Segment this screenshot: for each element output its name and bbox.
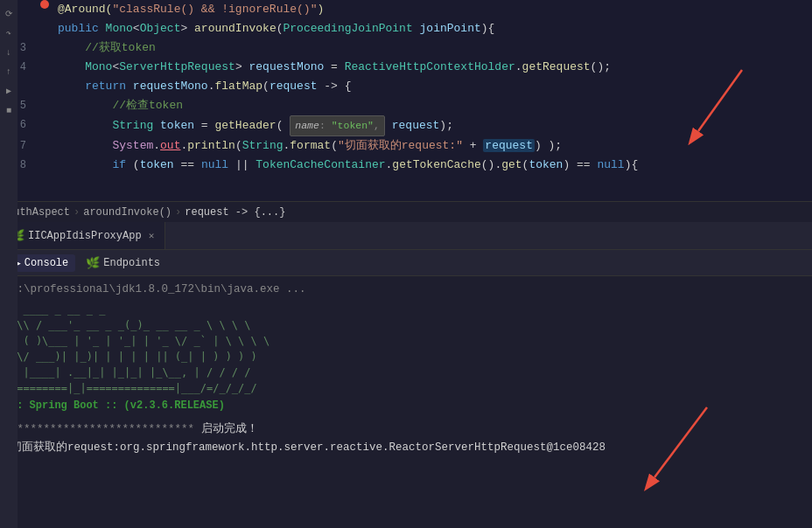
breadcrumb-current: request -> {...} [185,206,285,219]
svg-line-1 [698,70,742,131]
step-out-icon[interactable]: ↑ [2,65,16,79]
endpoints-tab-label: Endpoints [103,257,160,269]
console-toolbar: ▶ Console 🌿 Endpoints [0,250,812,276]
banner-line-3: ( ( )\___ | '_ | '_| | '_ \/ _` | \ \ \ … [10,333,802,349]
banner-line-4: \\/ ___)| |_)| | | | | || (_| | ) ) ) ) [10,349,802,365]
tab-bar: 🌿 IICAppIdisProxyApp ✕ [0,222,812,250]
console-path: F:\professional\jdk1.8.0_172\bin\java.ex… [10,281,802,298]
code-line: 3 //获取token [0,38,812,58]
app-root: ⟳ ↷ ↓ ↑ ▶ ■ @Around("classRule() && !ign… [0,0,812,528]
startup-done: 启动完成！ [201,423,258,435]
banner-line-6: =========|_|==============|___/=/_/_/_/ [10,380,802,396]
debug-icon[interactable]: ⟳ [2,7,16,21]
resume-icon[interactable]: ▶ [2,84,16,98]
debug-arrow [672,61,777,149]
spring-banner: . ____ _ __ _ _ /\\ / ___'_ __ _ _(_)_ _… [10,302,802,396]
tab-iicappidis[interactable]: 🌿 IICAppIdisProxyApp ✕ [0,222,165,249]
code-line: 8 if (token == null || TokenCacheContain… [0,156,812,175]
stop-icon[interactable]: ■ [2,103,16,117]
bottom-section: 🌿 IICAppIdisProxyApp ✕ ▶ Console 🌿 Endpo… [0,222,812,528]
breadcrumb-method: aroundInvoke() [83,206,172,219]
console-output: F:\professional\jdk1.8.0_172\bin\java.ex… [0,276,812,528]
tab-label: IICAppIdisProxyApp [28,230,142,242]
console-arrow [637,399,742,495]
left-sidebar: ⟳ ↷ ↓ ↑ ▶ ■ [0,0,18,528]
step-into-icon[interactable]: ↓ [2,45,16,59]
code-content: @Around("classRule() && !ignoreRule()") [54,0,812,19]
line-gutter [35,0,54,9]
svg-line-3 [654,407,707,477]
banner-line-1: . ____ _ __ _ _ [10,302,802,317]
tab-close-button[interactable]: ✕ [149,230,155,241]
code-content: public Mono<Object> aroundInvoke(Proceed… [54,19,812,38]
editor-area: @Around("classRule() && !ignoreRule()") … [0,0,812,201]
step-over-icon[interactable]: ↷ [2,26,16,40]
breakpoint-indicator[interactable] [40,0,49,9]
code-content: //获取token [54,38,812,58]
banner-line-5: ' |____| .__|_| |_|_| |_\__, | / / / / [10,365,802,380]
code-line: @Around("classRule() && !ignoreRule()") [0,0,812,19]
code-content: if (token == null || TokenCacheContainer… [54,156,812,175]
breadcrumb: AuthAspect › aroundInvoke() › request ->… [0,201,812,222]
code-line: public Mono<Object> aroundInvoke(Proceed… [0,19,812,38]
system-out-text: out [160,139,180,152]
endpoints-tab-button[interactable]: 🌿 Endpoints [79,254,167,272]
banner-line-2: /\\ / ___'_ __ _ _(_)_ __ __ _ \ \ \ \ [10,317,802,333]
endpoints-icon: 🌿 [86,256,100,270]
content-area: @Around("classRule() && !ignoreRule()") … [0,0,812,528]
startup-stars: **************************** [10,423,201,435]
console-tab-label: Console [24,257,68,269]
